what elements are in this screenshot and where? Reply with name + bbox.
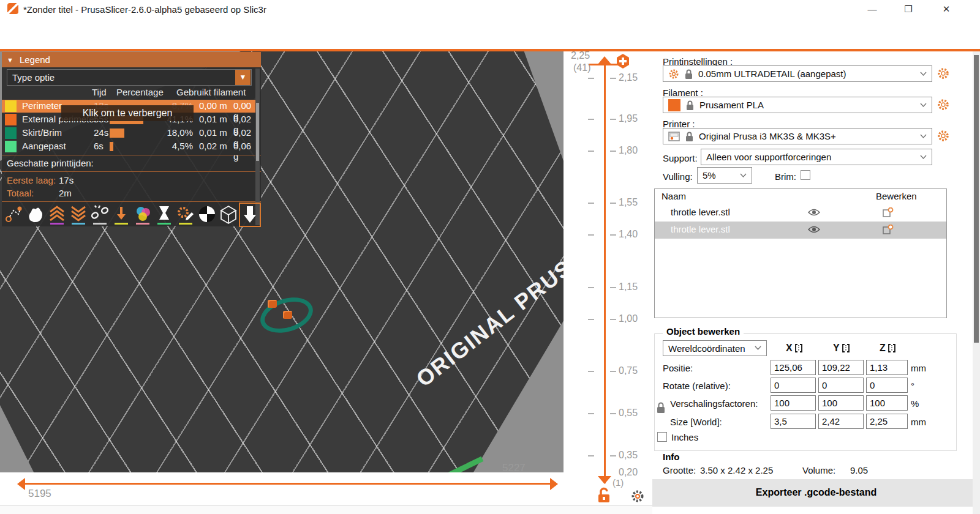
rotate-y-field[interactable]: 0 [818,378,864,393]
eye-icon[interactable] [808,208,820,217]
pause-prints-icon[interactable] [155,204,173,225]
seams-icon[interactable] [91,204,109,225]
uniform-scale-lock-icon[interactable] [656,401,666,414]
tool-marker-icon[interactable] [112,204,130,225]
model-object-1[interactable] [268,300,277,308]
color-changes-icon[interactable] [134,204,152,225]
volume-info-value: 9.05 [850,465,868,475]
hslider-left-value: 5195 [28,488,51,500]
tick-label: 0,55 [619,408,638,419]
print-settings-gear-button[interactable] [937,67,949,80]
legend-header[interactable]: ▼ Legend [2,52,261,67]
tick-label: 1,00 [619,313,638,324]
legend-divider [2,201,261,202]
total-time-value: 2m [59,188,72,198]
chevron-down-icon [740,173,747,178]
edit-object-icon[interactable] [883,207,894,217]
position-x-field[interactable]: 125,06 [771,360,816,375]
filament-gear-button[interactable] [937,99,949,111]
legend-divider [2,171,261,172]
mirror-y-icon[interactable] [842,344,850,352]
mirror-z-icon[interactable] [888,344,895,352]
model-object-2[interactable] [283,311,292,319]
size-z-field[interactable]: 2,25 [866,414,908,429]
color-swatch [5,141,17,152]
infill-label: Vulling: [663,171,693,182]
tick-label: 1,15 [619,281,638,292]
shells-icon[interactable] [219,204,238,225]
object-row-1[interactable]: throtle lever.stl [655,204,946,222]
legend-type-dropdown-button[interactable]: ▼ [235,70,251,85]
custom-gcodes-icon[interactable] [176,204,195,225]
rotate-z-field[interactable]: 0 [866,378,908,393]
layer-slider-top-count: (41) [573,62,590,73]
size-info-label: Grootte: [663,465,696,475]
first-layer-value: 17s [59,175,74,185]
filament-select[interactable]: Prusament PLA [663,97,932,113]
support-select[interactable]: Alleen voor supportforceringen [701,149,932,165]
lock-icon [684,69,693,80]
scale-z-field[interactable]: 100 [866,395,908,411]
tick-label: 0,35 [619,450,638,461]
lock-icon [685,100,695,111]
scale-y-field[interactable]: 100 [818,395,864,411]
title-bar: *Zonder titel - PrusaSlicer-2.6.0-alpha5… [0,0,980,18]
center-of-gravity-icon[interactable] [198,204,216,225]
layer-slider[interactable] [604,64,606,483]
slider-left-arrow[interactable] [17,478,25,490]
layer-slider-lower-handle[interactable] [598,476,611,484]
legend-row-skirt-brim[interactable]: Skirt/Brim 24s 18,0% 0,01 m 0,02 g [2,127,256,140]
position-y-field[interactable]: 109,22 [818,360,864,375]
tick-label: 0,75 [619,365,638,376]
object-row-2-selected[interactable]: throtle lever.stl [655,222,946,239]
edit-object-icon[interactable] [883,225,894,234]
slider-right-arrow[interactable] [550,478,558,490]
chevron-down-icon [920,103,927,108]
mirror-x-icon[interactable] [795,344,802,352]
size-y-field[interactable]: 2,42 [818,414,864,429]
tick-label: 1,80 [619,145,638,156]
coordinate-system-select[interactable]: Wereldcoördinaten [663,340,767,356]
legend-row-aangepast[interactable]: Aangepast 6s 4,5% 0,02 m 0,06 g [2,140,256,153]
lock-slider-button[interactable] [596,486,612,504]
position-z-field[interactable]: 1,13 [866,360,908,375]
horizontal-slider[interactable] [24,483,551,485]
percent-bar [110,128,124,138]
legend-col-percentage: Percentage [116,87,164,97]
close-button[interactable]: ✕ [937,2,956,16]
size-x-field[interactable]: 3,5 [771,414,816,429]
print-settings-select[interactable]: 0.05mm ULTRADETAIL (aangepast) [663,65,932,82]
lock-icon [685,131,694,142]
legend-type-select[interactable]: Type optie [7,69,252,86]
brim-checkbox[interactable] [801,170,810,180]
retractions-icon[interactable] [48,204,66,225]
infill-select[interactable]: 5% [697,167,752,184]
object-list-col-edit: Bewerken [876,191,917,201]
color-swatch [5,127,17,139]
export-gcode-button[interactable]: Exporteer .gcode-bestand [652,479,980,507]
inches-checkbox[interactable] [657,432,667,442]
restore-button[interactable]: ❐ [899,2,918,16]
eye-icon[interactable] [808,225,820,234]
slider-settings-gear-icon[interactable] [631,490,644,503]
bottom-bar [0,505,652,514]
scale-x-field[interactable]: 100 [771,395,816,411]
travel-paths-icon[interactable] [5,204,23,225]
printer-select[interactable]: Original Prusa i3 MK3S & MK3S+ [663,128,932,144]
rotate-x-field[interactable]: 0 [771,378,816,393]
position-label: Positie: [663,363,693,373]
printer-gear-button[interactable] [937,130,949,142]
layer-slider-bottom-count: (1) [612,477,624,488]
prusaslicer-logo-icon [7,3,18,14]
tick-label: 0,20 [619,467,638,478]
sidebar-scrollbar-thumb[interactable] [974,55,979,343]
toolhead-icon[interactable] [241,204,259,225]
tick-label: 1,40 [619,229,638,240]
legend-scrollbar-thumb[interactable] [256,103,259,161]
scale-label: Verschalingsfactoren: [670,398,758,409]
deretractions-icon[interactable] [69,204,88,225]
wipe-icon[interactable] [26,204,45,225]
add-layer-range-button[interactable] [615,53,631,69]
object-list-col-name: Naam [662,191,686,201]
minimize-button[interactable]: — [863,2,881,16]
